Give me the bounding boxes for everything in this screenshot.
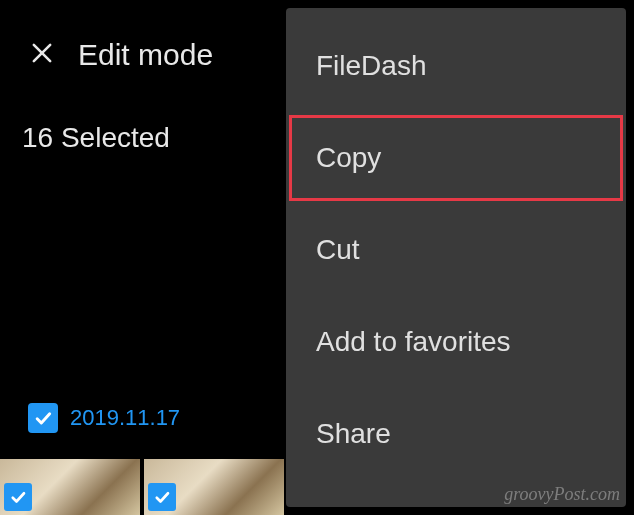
menu-item-add-to-favorites[interactable]: Add to favorites (286, 296, 626, 388)
date-group[interactable]: 2019.11.17 (28, 403, 180, 433)
context-menu: FileDash Copy Cut Add to favorites Share (286, 8, 626, 507)
thumbnail-checkbox[interactable] (4, 483, 32, 511)
thumbnail-checkbox[interactable] (148, 483, 176, 511)
watermark: groovyPost.com (504, 484, 620, 505)
menu-item-cut[interactable]: Cut (286, 204, 626, 296)
menu-item-share[interactable]: Share (286, 388, 626, 480)
menu-item-copy[interactable]: Copy (286, 112, 626, 204)
close-icon[interactable] (28, 39, 56, 72)
menu-item-filedash[interactable]: FileDash (286, 20, 626, 112)
photo-thumbnail[interactable] (0, 459, 140, 515)
thumbnail-strip (0, 459, 284, 515)
date-label: 2019.11.17 (70, 405, 180, 431)
date-checkbox[interactable] (28, 403, 58, 433)
photo-thumbnail[interactable] (144, 459, 284, 515)
page-title: Edit mode (78, 38, 213, 72)
